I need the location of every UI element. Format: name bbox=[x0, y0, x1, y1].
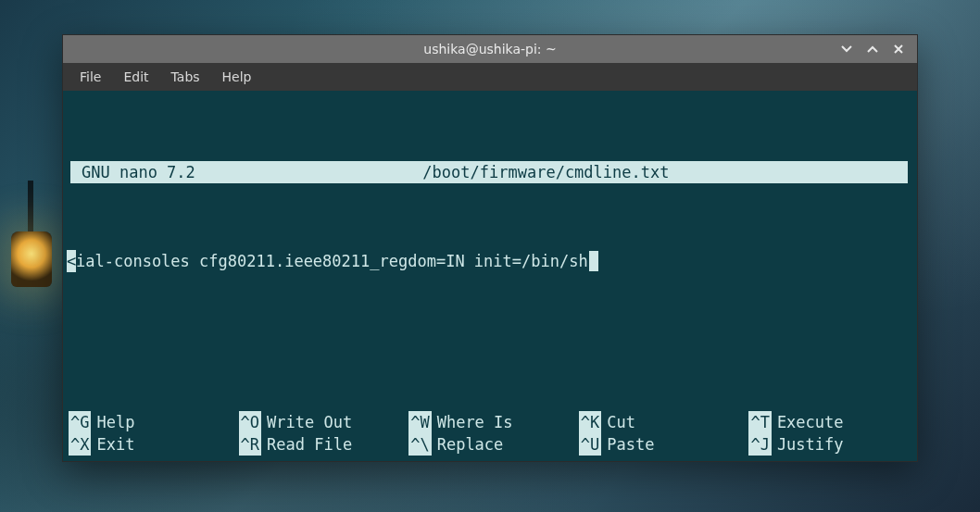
close-icon bbox=[893, 44, 904, 55]
editor-text: ial-consoles cfg80211.ieee80211_regdom=I… bbox=[76, 250, 588, 272]
terminal-window: ushika@ushika-pi: ~ File Edit Tabs Help … bbox=[62, 34, 918, 462]
window-controls bbox=[839, 42, 917, 56]
shortcut-execute[interactable]: ^T Execute bbox=[748, 411, 911, 433]
shortcut-key: ^R bbox=[239, 433, 261, 456]
menu-help[interactable]: Help bbox=[213, 66, 261, 88]
nano-file-path: /boot/firmware/cmdline.txt bbox=[195, 161, 897, 183]
shortcut-whereis[interactable]: ^W Where Is bbox=[408, 411, 572, 433]
shortcut-label: Cut bbox=[607, 411, 635, 433]
shortcut-label: Execute bbox=[777, 411, 844, 433]
shortcut-key: ^J bbox=[748, 433, 771, 456]
window-title: ushika@ushika-pi: ~ bbox=[63, 42, 917, 56]
close-button[interactable] bbox=[891, 42, 906, 56]
shortcut-replace[interactable]: ^\ Replace bbox=[408, 433, 572, 456]
shortcut-label: Justify bbox=[777, 433, 844, 456]
menu-file[interactable]: File bbox=[70, 66, 110, 88]
shortcut-label: Paste bbox=[607, 433, 654, 456]
nano-titlebar: GNU nano 7.2 /boot/firmware/cmdline.txt bbox=[70, 161, 908, 183]
shortcut-key: ^\ bbox=[408, 433, 431, 456]
shortcut-label: Write Out bbox=[267, 411, 352, 433]
chevron-down-icon bbox=[841, 44, 852, 55]
shortcut-writeout[interactable]: ^O Write Out bbox=[239, 411, 402, 433]
maximize-button[interactable] bbox=[865, 42, 880, 56]
shortcut-exit[interactable]: ^X Exit bbox=[69, 433, 232, 456]
shortcut-key: ^G bbox=[69, 411, 91, 433]
window-titlebar[interactable]: ushika@ushika-pi: ~ bbox=[63, 35, 917, 63]
shortcut-help[interactable]: ^G Help bbox=[69, 411, 232, 433]
wallpaper-lantern bbox=[7, 181, 56, 292]
shortcut-label: Replace bbox=[437, 433, 504, 456]
chevron-up-icon bbox=[867, 44, 878, 55]
menu-edit[interactable]: Edit bbox=[114, 66, 157, 88]
shortcut-key: ^X bbox=[69, 433, 91, 456]
menubar: File Edit Tabs Help bbox=[63, 63, 917, 91]
shortcut-justify[interactable]: ^J Justify bbox=[748, 433, 911, 456]
shortcut-key: ^K bbox=[579, 411, 601, 433]
left-scroll-indicator: < bbox=[67, 250, 76, 272]
nano-app-label: GNU nano 7.2 bbox=[70, 161, 195, 183]
shortcut-label: Exit bbox=[96, 433, 134, 456]
minimize-button[interactable] bbox=[839, 42, 854, 56]
shortcut-key: ^T bbox=[748, 411, 771, 433]
nano-shortcut-bar: ^G Help ^X Exit ^O Write Out ^R Read Fil… bbox=[69, 411, 911, 456]
shortcut-key: ^W bbox=[408, 411, 431, 433]
shortcut-label: Where Is bbox=[437, 411, 513, 433]
shortcut-cut[interactable]: ^K Cut bbox=[579, 411, 742, 433]
text-cursor bbox=[589, 251, 598, 271]
shortcut-readfile[interactable]: ^R Read File bbox=[239, 433, 402, 456]
shortcut-key: ^O bbox=[239, 411, 261, 433]
editor-line[interactable]: <ial-consoles cfg80211.ieee80211_regdom=… bbox=[67, 250, 913, 272]
terminal-viewport[interactable]: GNU nano 7.2 /boot/firmware/cmdline.txt … bbox=[63, 91, 917, 461]
shortcut-paste[interactable]: ^U Paste bbox=[579, 433, 742, 456]
shortcut-key: ^U bbox=[579, 433, 601, 456]
shortcut-label: Help bbox=[96, 411, 134, 433]
menu-tabs[interactable]: Tabs bbox=[162, 66, 209, 88]
shortcut-label: Read File bbox=[267, 433, 352, 456]
